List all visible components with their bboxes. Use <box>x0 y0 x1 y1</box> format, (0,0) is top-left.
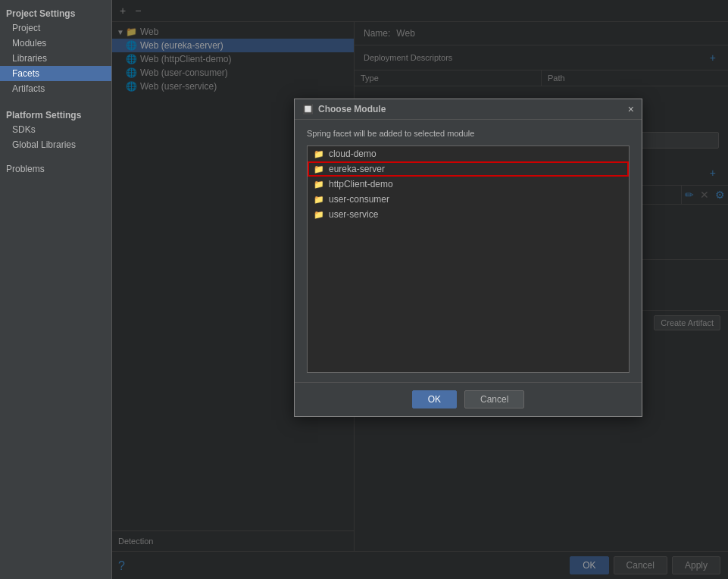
sidebar-item-global-libraries[interactable]: Global Libraries <box>0 137 111 152</box>
modal-subtitle: Spring facet will be added to selected m… <box>307 129 630 138</box>
module-label-httpclient: httpClient-demo <box>329 179 393 189</box>
module-icon-consumer: 📁 <box>314 195 324 205</box>
module-icon-cloud-demo: 📁 <box>314 149 324 159</box>
platform-settings-heading: Platform Settings <box>0 105 111 122</box>
module-icon-eureka-server: 📁 <box>314 164 324 174</box>
sidebar-item-sdks[interactable]: SDKs <box>0 122 111 137</box>
module-label-consumer: user-consumer <box>329 194 389 205</box>
sidebar-item-artifacts[interactable]: Artifacts <box>0 81 111 96</box>
modal-item-cloud-demo[interactable]: 📁 cloud-demo <box>308 146 629 161</box>
modal-titlebar: 🔲 Choose Module × <box>295 99 642 120</box>
modal-footer: OK Cancel <box>295 382 642 416</box>
choose-module-dialog: 🔲 Choose Module × Spring facet will be a… <box>294 99 642 417</box>
modal-ok-button[interactable]: OK <box>412 390 457 408</box>
modal-body: Spring facet will be added to selected m… <box>295 120 642 382</box>
modal-title-text: Choose Module <box>318 104 386 114</box>
module-label-service: user-service <box>329 209 378 220</box>
sidebar-item-modules[interactable]: Modules <box>0 36 111 51</box>
modal-title: 🔲 Choose Module <box>302 104 386 114</box>
module-label-cloud-demo: cloud-demo <box>329 149 376 159</box>
sidebar-item-libraries[interactable]: Libraries <box>0 51 111 66</box>
sidebar-item-facets[interactable]: Facets <box>0 66 111 81</box>
modal-item-user-consumer[interactable]: 📁 user-consumer <box>308 192 629 207</box>
modal-cancel-button[interactable]: Cancel <box>464 390 524 408</box>
module-icon-service: 📁 <box>314 210 324 220</box>
content-area: + − ▼ 📁 Web <box>112 0 728 579</box>
modal-item-eureka-server[interactable]: 📁 eureka-server <box>308 161 629 177</box>
module-icon-httpclient: 📁 <box>314 180 324 189</box>
modal-module-list: 📁 cloud-demo 📁 eureka-server 📁 httpClien… <box>307 146 630 373</box>
modal-overlay: 4. 选择. yml所在的module 🔲 Choose Module × Sp… <box>112 0 728 579</box>
project-settings-heading: Project Settings <box>0 4 111 20</box>
modal-close-button[interactable]: × <box>628 104 634 114</box>
sidebar: Project Settings Project Modules Librari… <box>0 0 112 579</box>
modal-item-httpclient-demo[interactable]: 📁 httpClient-demo <box>308 177 629 192</box>
sidebar-item-project[interactable]: Project <box>0 20 111 36</box>
modal-intellij-icon: 🔲 <box>302 104 314 114</box>
module-label-eureka-server: eureka-server <box>329 164 385 174</box>
sidebar-item-problems[interactable]: Problems <box>0 161 111 177</box>
modal-item-user-service[interactable]: 📁 user-service <box>308 207 629 222</box>
